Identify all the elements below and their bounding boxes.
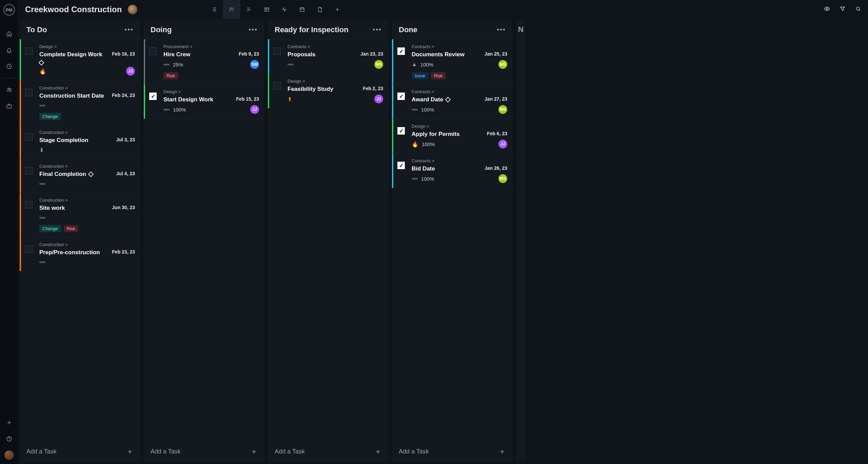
task-checkbox[interactable] [149,47,157,55]
assignee-avatar[interactable]: JJ [250,105,259,114]
task-category[interactable]: Procurement > [163,44,259,49]
task-category[interactable]: Design > [412,124,507,129]
task-category[interactable]: Construction > [39,242,135,247]
column-title: Done [399,25,417,34]
task-checkbox[interactable] [25,133,33,141]
activity-view-icon[interactable] [276,0,293,19]
progress-bar-icon [163,64,170,65]
home-icon[interactable] [3,28,15,40]
task-checkbox[interactable] [25,47,33,55]
user-avatar[interactable] [4,450,14,460]
list-view-icon[interactable] [205,0,223,19]
task-card[interactable]: ✓ Contracts > Award Date Jan 27, 23 100%… [392,84,513,119]
task-checkbox[interactable] [25,245,33,253]
clock-icon[interactable] [3,60,15,73]
tag-risk[interactable]: Risk [431,72,446,79]
assignee-avatar[interactable]: JJ [374,95,383,103]
task-category[interactable]: Construction > [39,164,135,169]
search-icon[interactable] [855,6,861,13]
priority-indicator: 🔥 [39,68,46,75]
task-card[interactable]: ✓ Contracts > Documents Review Jan 25, 2… [392,39,513,84]
tag-row: IssueRisk [412,72,507,79]
task-checkbox[interactable] [25,89,33,96]
task-checkbox[interactable]: ✓ [397,47,405,55]
task-card[interactable]: Design > Complete Design Work Feb 16, 23… [20,39,140,81]
task-card[interactable]: Contracts > Proposals Jan 23, 23 MS [268,39,389,74]
column-body: Contracts > Proposals Jan 23, 23 MS Desi… [268,39,389,440]
task-card[interactable]: Construction > Construction Start Date F… [20,81,140,125]
file-view-icon[interactable] [311,0,329,19]
task-card[interactable]: ✓ Design > Start Design Work Feb 15, 23 … [144,84,264,119]
task-checkbox[interactable] [273,47,281,55]
task-card[interactable]: Design > Feasibility Study Feb 2, 23 ⬆JJ [268,74,389,108]
task-category[interactable]: Construction > [39,130,135,135]
assignee-avatar[interactable]: JJ [498,140,507,148]
add-view-icon[interactable] [329,0,346,19]
add-task-button[interactable]: Add a Task ＋ [144,440,264,463]
next-column-peek[interactable]: N [516,20,526,463]
assignee-avatar[interactable]: JJ [126,67,135,76]
svg-point-2 [9,88,11,90]
eye-icon[interactable] [824,6,830,13]
task-category[interactable]: Design > [39,44,135,49]
task-checkbox[interactable] [25,201,33,208]
calendar-view-icon[interactable] [293,0,311,19]
people-icon[interactable] [3,84,15,96]
task-category[interactable]: Design > [163,89,259,94]
task-date: Feb 9, 23 [239,51,259,57]
add-task-button[interactable]: Add a Task ＋ [268,440,389,463]
task-card[interactable]: Construction > Site work Jun 30, 23 Chan… [20,193,140,237]
task-category[interactable]: Contracts > [412,89,507,94]
app-logo[interactable]: PM [3,4,15,16]
task-category[interactable]: Contracts > [412,158,507,163]
assignee-avatar[interactable]: SW [250,60,259,69]
board-view-icon[interactable] [223,0,240,19]
task-category[interactable]: Contracts > [288,44,383,49]
progress-bar-icon [288,64,294,65]
tag-issue[interactable]: Issue [412,72,428,79]
column-menu-icon[interactable]: ••• [373,26,382,34]
gantt-view-icon[interactable] [240,0,258,19]
add-task-button[interactable]: Add a Task ＋ [20,440,140,463]
column-menu-icon[interactable]: ••• [124,26,134,34]
assignee-avatar[interactable]: MS [498,174,507,183]
task-card[interactable]: Construction > Final Completion Jul 4, 2… [20,159,140,193]
task-category[interactable]: Construction > [39,198,135,203]
column-menu-icon[interactable]: ••• [249,26,258,34]
bell-icon[interactable] [3,44,15,56]
column-body: Design > Complete Design Work Feb 16, 23… [20,39,140,440]
task-category[interactable]: Design > [288,79,383,84]
help-icon[interactable] [3,433,15,445]
task-checkbox[interactable]: ✓ [397,162,405,169]
tag-risk[interactable]: Risk [163,72,178,79]
assignee-avatar[interactable]: MS [374,60,383,69]
column-menu-icon[interactable]: ••• [497,26,506,34]
tag-row: Risk [163,72,259,79]
task-card[interactable]: Procurement > Hire Crew Feb 9, 23 25%SW … [144,39,264,84]
task-checkbox[interactable] [25,167,33,175]
tag-change[interactable]: Change [39,225,61,232]
task-card[interactable]: ✓ Contracts > Bid Date Jan 26, 23 100%MS [392,154,513,188]
assignee-avatar[interactable]: MS [498,60,507,69]
tag-risk[interactable]: Risk [64,225,78,232]
task-title: Documents Review [412,51,465,58]
tag-row: ChangeRisk [39,225,135,232]
table-view-icon[interactable] [258,0,276,19]
filter-icon[interactable] [840,6,846,13]
add-task-button[interactable]: Add a Task ＋ [392,440,513,463]
briefcase-icon[interactable] [3,100,15,112]
task-card[interactable]: ✓ Design > Apply for Permits Feb 6, 23 🔥… [392,119,513,154]
task-card[interactable]: Construction > Prep/Pre-construction Feb… [20,237,140,271]
task-checkbox[interactable]: ✓ [397,127,405,135]
task-checkbox[interactable] [273,82,281,89]
task-checkbox[interactable]: ✓ [397,93,405,100]
tag-change[interactable]: Change [39,113,61,120]
task-category[interactable]: Construction > [39,85,135,90]
task-card[interactable]: Construction > Stage Completion Jul 3, 2… [20,125,140,159]
assignee-avatar[interactable]: MS [498,105,507,114]
task-checkbox[interactable]: ✓ [149,93,157,100]
add-icon[interactable] [3,417,15,429]
svg-point-1 [7,88,9,90]
task-category[interactable]: Contracts > [412,44,507,49]
project-avatar[interactable] [128,5,137,14]
